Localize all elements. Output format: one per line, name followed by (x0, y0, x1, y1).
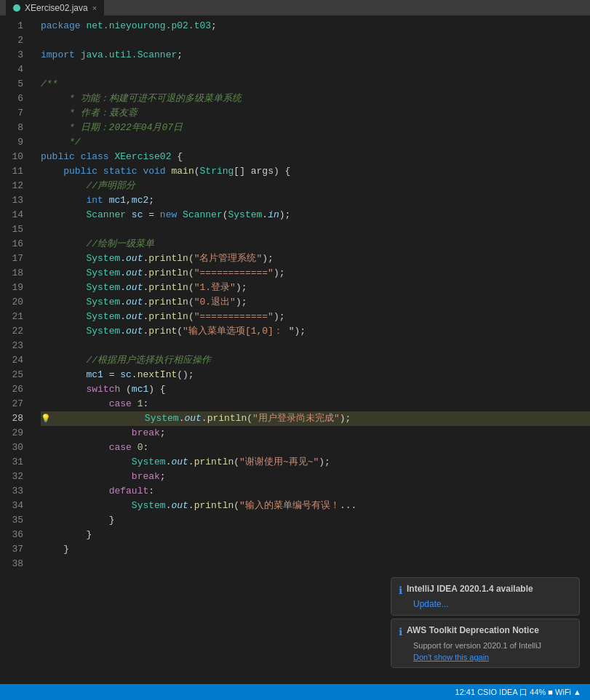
code-line: System.out.println("谢谢使用~再见~"); (41, 455, 590, 470)
code-line: import java.util.Scanner; (41, 48, 590, 63)
line-number: 25 (0, 368, 29, 382)
status-text: 12:41 CSIO IDEA 口 44% ■ WiFi ▲ (455, 687, 581, 698)
line-number: 3 (0, 48, 29, 63)
notification-update-link[interactable]: Update... (413, 599, 572, 609)
line-number: 16 (0, 237, 29, 252)
code-line (41, 33, 590, 48)
line-number: 6 (0, 92, 29, 106)
code-line: package net.nieyourong.p02.t03; (41, 19, 590, 33)
code-line: case 0: (41, 440, 590, 455)
code-line: } (41, 542, 590, 557)
line-number: 38 (0, 557, 29, 571)
line-number: 22 (0, 324, 29, 339)
code-line: System.out.println("1.登录"); (41, 281, 590, 295)
notification-info-icon: ℹ (399, 584, 402, 596)
line-number: 23 (0, 339, 29, 353)
line-number: 10 (0, 150, 29, 164)
line-number: 21 (0, 310, 29, 324)
code-line: } (41, 528, 590, 542)
line-number: 19 (0, 281, 29, 295)
code-line: //绘制一级菜单 (41, 237, 590, 252)
code-line: System.out.println("输入的菜单编号有误！... (41, 499, 590, 513)
code-line: public class XEercise02 { (41, 150, 590, 164)
line-number: 26 (0, 382, 29, 397)
code-line: * 日期：2022年04月07日 (41, 121, 590, 135)
notification-intellij-update: ℹIntelliJ IDEA 2020.1.4 availableUpdate.… (391, 577, 580, 616)
notification-body: Support for version 2020.1 of IntelliJ (413, 641, 541, 650)
line-numbers-gutter: 1234–56789101112131415161718192021222324… (0, 16, 35, 684)
line-number: 17 (0, 252, 29, 266)
code-line: /** (41, 77, 590, 92)
file-icon (13, 4, 20, 12)
code-line: * 功能：构建可进不可退的多级菜单系统 (41, 92, 590, 106)
code-line: System.out.println("============"); (41, 266, 590, 281)
line-number: 15 (0, 222, 29, 237)
line-number: 4 (0, 63, 29, 77)
dont-show-again-link[interactable]: Don't show this again (413, 653, 572, 661)
code-line: } (41, 513, 590, 528)
tab-label: XEercise02.java (25, 3, 88, 13)
editor-tab[interactable]: XEercise02.java × (6, 0, 104, 16)
line-number: 2 (0, 33, 29, 48)
code-line: public static void main(String[] args) { (41, 164, 590, 179)
code-line: System.out.println("============"); (41, 310, 590, 324)
bulb-icon[interactable]: 💡 (41, 411, 51, 426)
line-number: 18 (0, 266, 29, 281)
line-number: 28 (0, 411, 29, 426)
code-line: break; (41, 426, 590, 440)
code-line (41, 557, 590, 571)
code-line: 💡 System.out.println("用户登录尚未完成"); (41, 411, 590, 426)
code-line: //根据用户选择执行相应操作 (41, 353, 590, 368)
code-line: Scanner sc = new Scanner(System.in); (41, 208, 590, 222)
line-number: –36 (0, 528, 29, 542)
line-number: 14 (0, 208, 29, 222)
status-bar: 12:41 CSIO IDEA 口 44% ■ WiFi ▲ (0, 684, 590, 700)
code-line: System.out.print("输入菜单选项[1,0]： "); (41, 324, 590, 339)
line-number: 8 (0, 121, 29, 135)
line-number: 27 (0, 397, 29, 411)
code-line: * 作者：聂友蓉 (41, 106, 590, 121)
line-number: 1 (0, 19, 29, 33)
code-line: default: (41, 484, 590, 499)
line-number: 30 (0, 440, 29, 455)
code-line: System.out.println("名片管理系统"); (41, 252, 590, 266)
line-number: 34 (0, 499, 29, 513)
code-line (41, 63, 590, 77)
code-line: System.out.println("0.退出"); (41, 295, 590, 310)
notification-title: IntelliJ IDEA 2020.1.4 available (407, 584, 533, 594)
line-number: 24 (0, 353, 29, 368)
line-number: 29 (0, 426, 29, 440)
line-number: 7 (0, 106, 29, 121)
title-bar: XEercise02.java × (0, 0, 590, 16)
line-number: 13 (0, 193, 29, 208)
code-line: //声明部分 (41, 179, 590, 193)
code-line: mc1 = sc.nextInt(); (41, 368, 590, 382)
line-number: 12 (0, 179, 29, 193)
tab-close-button[interactable]: × (92, 4, 97, 12)
line-number: 20 (0, 295, 29, 310)
code-line: int mc1,mc2; (41, 193, 590, 208)
line-number: 33 (0, 484, 29, 499)
line-number: –5 (0, 77, 29, 92)
line-number: –35 (0, 513, 29, 528)
notification-aws-toolkit: ℹAWS Toolkit Deprecation NoticeSupport f… (391, 619, 580, 668)
code-line: switch (mc1) { (41, 382, 590, 397)
notification-info-icon: ℹ (399, 626, 402, 637)
line-number: 31 (0, 455, 29, 470)
code-line: break; (41, 470, 590, 484)
line-number: 11 (0, 164, 29, 179)
line-number: 9 (0, 135, 29, 150)
status-right: 12:41 CSIO IDEA 口 44% ■ WiFi ▲ (455, 687, 581, 698)
code-line: */ (41, 135, 590, 150)
code-line (41, 222, 590, 237)
line-number: 32 (0, 470, 29, 484)
code-line: case 1: (41, 397, 590, 411)
editor-area: 1234–56789101112131415161718192021222324… (0, 16, 590, 684)
code-line (41, 339, 590, 353)
notification-title: AWS Toolkit Deprecation Notice (407, 625, 539, 635)
notification-container: ℹIntelliJ IDEA 2020.1.4 availableUpdate.… (391, 577, 580, 668)
line-number: 37 (0, 542, 29, 557)
